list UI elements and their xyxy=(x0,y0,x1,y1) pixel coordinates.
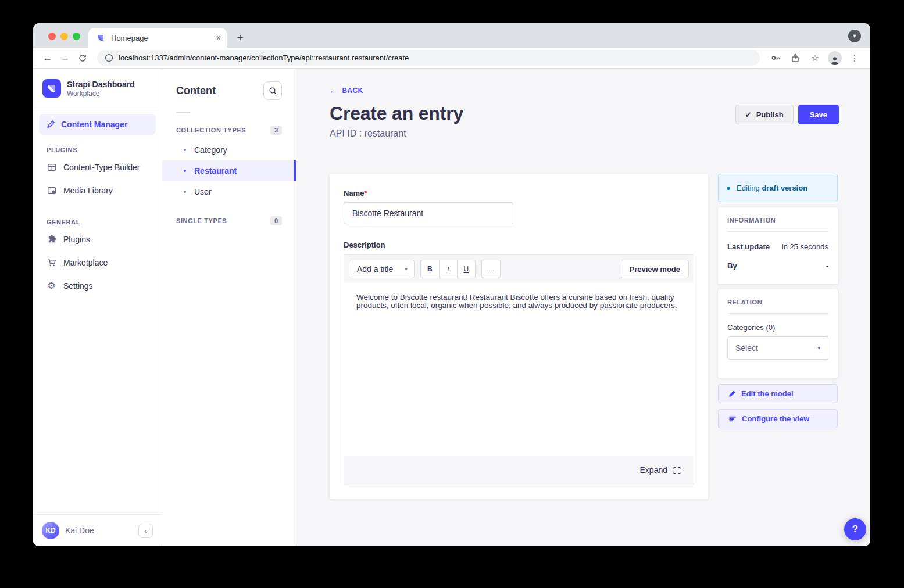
bullet-icon xyxy=(184,170,186,172)
layout-grid-icon xyxy=(47,163,56,172)
search-icon xyxy=(269,87,277,95)
reload-icon[interactable] xyxy=(75,51,90,66)
save-label: Save xyxy=(810,110,827,119)
minimize-window-button[interactable] xyxy=(60,33,68,40)
divider xyxy=(727,313,828,314)
browser-profile-chevron-icon[interactable]: ▼ xyxy=(848,30,861,42)
browser-toolbar: ← → localhost:1337/admin/content-manager… xyxy=(33,48,870,69)
sidebar-item-content-type-builder[interactable]: Content-Type Builder xyxy=(33,156,162,179)
site-info-icon[interactable] xyxy=(105,53,113,62)
browser-tabstrip: Homepage × + ▼ xyxy=(33,23,870,48)
name-input[interactable] xyxy=(344,202,513,224)
screen: Homepage × + ▼ ← → localhost:1337/ xyxy=(0,0,904,588)
workspace-brand[interactable]: Strapi Dashboard Workplace xyxy=(33,69,162,107)
add-title-dropdown[interactable]: Add a title ▾ xyxy=(349,260,415,278)
expand-icon[interactable] xyxy=(673,466,681,475)
collection-type-restaurant[interactable]: Restaurant xyxy=(162,160,296,181)
underline-button[interactable]: U xyxy=(457,260,475,278)
rich-text-editor: Add a title ▾ B I U ... Prev xyxy=(344,254,694,485)
draft-status-prefix: Editing xyxy=(737,184,760,192)
format-button-group: B I U xyxy=(420,260,476,278)
collection-type-label: User xyxy=(194,187,212,196)
select-placeholder: Select xyxy=(735,343,758,353)
collection-types-count-badge: 3 xyxy=(270,126,282,135)
close-window-button[interactable] xyxy=(48,33,56,40)
main-content: ← BACK Create an entry API ID : restaura… xyxy=(296,69,870,546)
collapse-sidebar-button[interactable]: ‹ xyxy=(138,524,153,538)
entry-form-card: Name* Description Add a title ▾ xyxy=(330,174,708,499)
draft-status-emphasis: draft version xyxy=(762,184,807,192)
categories-select[interactable]: Select ▾ xyxy=(727,336,828,360)
user-avatar[interactable]: KD xyxy=(42,522,59,539)
check-icon: ✓ xyxy=(745,110,752,119)
entry-aside: Editing draft version INFORMATION Last u… xyxy=(718,174,838,428)
api-id-subtitle: API ID : restaurant xyxy=(330,128,463,139)
tab-title: Homepage xyxy=(111,34,210,42)
browser-tab[interactable]: Homepage × xyxy=(88,28,227,48)
collection-types-label: COLLECTION TYPES xyxy=(176,127,246,134)
draft-dot-icon xyxy=(727,187,730,190)
bookmark-star-icon[interactable]: ☆ xyxy=(808,51,822,65)
new-tab-button[interactable]: + xyxy=(231,29,249,46)
editor-footer: Expand xyxy=(344,456,694,485)
publish-button[interactable]: ✓ Publish xyxy=(735,105,794,124)
italic-button[interactable]: I xyxy=(439,260,457,278)
edit-model-label: Edit the model xyxy=(741,389,794,398)
sidebar-item-label: Media Library xyxy=(63,186,113,195)
share-icon[interactable] xyxy=(788,51,802,65)
image-icon xyxy=(47,186,56,195)
strapi-app: Strapi Dashboard Workplace Content Manag… xyxy=(33,69,870,546)
sidebar-section-general: GENERAL xyxy=(33,202,162,228)
pen-icon xyxy=(46,120,55,129)
single-types-label: SINGLE TYPES xyxy=(176,217,227,224)
sidebar-item-content-manager[interactable]: Content Manager xyxy=(39,114,156,135)
information-title: INFORMATION xyxy=(727,217,828,224)
preview-mode-button[interactable]: Preview mode xyxy=(621,260,689,278)
browser-menu-dots-icon[interactable]: ⋮ xyxy=(848,51,862,65)
content-panel-title: Content xyxy=(176,85,216,97)
window-controls xyxy=(48,33,80,40)
sidebar-item-settings[interactable]: ⚙ Settings xyxy=(33,274,162,297)
workspace-name: Workplace xyxy=(67,89,135,98)
password-key-icon[interactable] xyxy=(769,51,782,65)
sidebar-item-label: Plugins xyxy=(63,235,90,244)
by-value: - xyxy=(826,261,828,270)
close-tab-icon[interactable]: × xyxy=(216,33,221,42)
collection-type-user[interactable]: User xyxy=(162,181,296,202)
more-formats-button[interactable]: ... xyxy=(481,260,501,278)
name-field-label: Name* xyxy=(344,189,367,198)
app-title: Strapi Dashboard xyxy=(67,80,135,89)
sidebar-section-plugins: PLUGINS xyxy=(33,137,162,156)
sidebar-item-plugins[interactable]: Plugins xyxy=(33,228,162,251)
content-panel: Content COLLECTION TYPES 3 xyxy=(162,69,296,546)
cart-icon xyxy=(47,258,56,267)
description-field-label: Description xyxy=(344,241,694,249)
save-button[interactable]: Save xyxy=(798,105,839,124)
single-types-count-badge: 0 xyxy=(270,216,282,225)
sidebar-item-marketplace[interactable]: Marketplace xyxy=(33,251,162,274)
divider xyxy=(176,112,190,113)
browser-avatar-icon[interactable] xyxy=(828,51,842,65)
zoom-window-button[interactable] xyxy=(73,33,80,40)
collection-type-label: Category xyxy=(194,145,227,155)
sidebar-item-media-library[interactable]: Media Library xyxy=(33,179,162,202)
edit-model-button[interactable]: Edit the model xyxy=(718,384,838,403)
list-settings-icon xyxy=(728,415,737,423)
strapi-logo-icon xyxy=(42,79,61,98)
collection-type-category[interactable]: Category xyxy=(162,139,296,160)
back-link[interactable]: ← BACK xyxy=(330,87,363,95)
sidebar-item-label: Content Manager xyxy=(61,120,127,129)
last-update-label: Last update xyxy=(727,242,770,251)
search-button[interactable] xyxy=(263,81,282,100)
publish-label: Publish xyxy=(756,110,784,119)
address-bar[interactable]: localhost:1337/admin/content-manager/col… xyxy=(97,50,760,66)
help-button[interactable]: ? xyxy=(844,518,866,540)
editor-toolbar: Add a title ▾ B I U ... Prev xyxy=(344,255,694,283)
divider xyxy=(727,231,828,232)
configure-view-button[interactable]: Configure the view xyxy=(718,409,838,428)
description-textarea[interactable]: Welcome to Biscotte restaurant! Restaura… xyxy=(344,283,694,456)
bold-button[interactable]: B xyxy=(421,260,439,278)
draft-status-badge: Editing draft version xyxy=(718,174,838,202)
gear-icon: ⚙ xyxy=(47,281,56,291)
back-nav-icon[interactable]: ← xyxy=(40,51,55,66)
